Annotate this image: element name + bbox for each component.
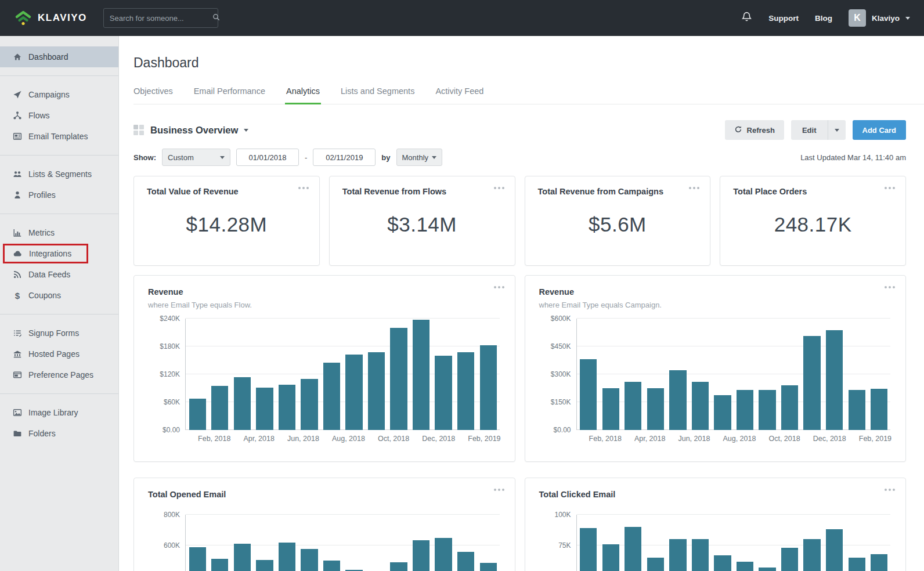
klaviyo-logo[interactable]: KLAVIYO	[14, 10, 87, 26]
bar-jun-2018[interactable]	[692, 382, 709, 430]
bar-feb-2018[interactable]	[602, 544, 619, 571]
bar-dec-2018[interactable]	[435, 538, 452, 571]
bar-oct-2018[interactable]	[390, 562, 407, 571]
bar-apr-2018[interactable]	[256, 388, 273, 430]
bar-oct-2018[interactable]	[781, 548, 798, 571]
bar-sep-2018[interactable]	[368, 352, 385, 430]
bar-jul-2018[interactable]	[323, 561, 340, 571]
kebab-menu-icon[interactable]	[494, 286, 504, 288]
tab-lists-and-segments[interactable]: Lists and Segments	[341, 86, 414, 104]
refresh-button[interactable]: Refresh	[725, 120, 784, 140]
bar-apr-2018[interactable]	[647, 558, 664, 571]
bar-nov-2018[interactable]	[413, 540, 429, 571]
bar-dec-2018[interactable]	[826, 529, 843, 571]
bar-oct-2018[interactable]	[781, 385, 798, 430]
bar-mar-2018[interactable]	[625, 527, 641, 571]
kebab-menu-icon[interactable]	[885, 489, 895, 491]
sidebar-item-image-library[interactable]: Image Library	[0, 402, 118, 423]
sidebar-item-folders[interactable]: Folders	[0, 423, 118, 444]
sidebar-item-profiles[interactable]: Profiles	[0, 185, 118, 205]
date-range-type-select[interactable]: Custom	[162, 149, 230, 166]
kebab-menu-icon[interactable]	[298, 187, 309, 189]
bar-feb-2019[interactable]	[871, 389, 887, 430]
bell-icon[interactable]	[741, 11, 752, 25]
person-search[interactable]	[103, 8, 218, 28]
sidebar-item-integrations[interactable]: Integrations	[0, 243, 118, 264]
bar-sep-2018[interactable]	[759, 568, 775, 571]
kebab-menu-icon[interactable]	[885, 286, 895, 288]
bar-may-2018[interactable]	[669, 370, 686, 430]
end-date-input[interactable]	[313, 149, 376, 166]
support-link[interactable]: Support	[768, 14, 799, 23]
bar-nov-2018[interactable]	[803, 336, 820, 430]
bar-feb-2018[interactable]	[211, 559, 228, 571]
bar-jan-2018[interactable]	[580, 528, 597, 571]
bar-jan-2018[interactable]	[189, 547, 206, 571]
sidebar-item-signup-forms[interactable]: Signup Forms	[0, 323, 118, 344]
bar-feb-2019[interactable]	[871, 554, 887, 571]
bar-jul-2018[interactable]	[323, 363, 340, 430]
sidebar-item-campaigns[interactable]: Campaigns	[0, 84, 118, 105]
bar-jan-2019[interactable]	[849, 558, 865, 571]
bar-jun-2018[interactable]	[301, 379, 317, 430]
tab-objectives[interactable]: Objectives	[133, 86, 173, 104]
sidebar-item-lists-segments[interactable]: Lists & Segments	[0, 164, 118, 185]
caret-down-icon[interactable]	[905, 17, 910, 20]
bar-feb-2018[interactable]	[602, 388, 619, 430]
bar-feb-2019[interactable]	[480, 563, 497, 571]
add-card-button[interactable]: Add Card	[853, 120, 907, 140]
bar-jan-2018[interactable]	[580, 359, 597, 430]
kebab-menu-icon[interactable]	[494, 187, 504, 189]
bar-may-2018[interactable]	[279, 385, 295, 430]
sidebar-item-data-feeds[interactable]: Data Feeds	[0, 264, 118, 285]
board-selector[interactable]: Business Overview	[133, 125, 248, 136]
bar-nov-2018[interactable]	[413, 320, 429, 430]
bar-aug-2018[interactable]	[737, 562, 753, 571]
sidebar-item-dashboard[interactable]: Dashboard	[0, 46, 118, 67]
bar-jun-2018[interactable]	[301, 549, 317, 571]
tab-activity-feed[interactable]: Activity Feed	[435, 86, 483, 104]
search-input[interactable]	[110, 14, 212, 23]
bar-feb-2019[interactable]	[480, 345, 497, 430]
bar-mar-2018[interactable]	[234, 377, 251, 430]
edit-button[interactable]: Edit	[791, 120, 828, 140]
bar-jul-2018[interactable]	[714, 555, 731, 571]
sidebar-item-hosted-pages[interactable]: Hosted Pages	[0, 344, 118, 364]
tab-email-performance[interactable]: Email Performance	[194, 86, 265, 104]
bar-oct-2018[interactable]	[390, 328, 407, 430]
bar-sep-2018[interactable]	[759, 390, 775, 430]
bar-mar-2018[interactable]	[625, 382, 641, 430]
bar-feb-2018[interactable]	[211, 386, 228, 430]
kebab-menu-icon[interactable]	[885, 187, 895, 189]
bar-apr-2018[interactable]	[256, 560, 273, 571]
sidebar-item-metrics[interactable]: Metrics	[0, 222, 118, 243]
edit-dropdown-button[interactable]	[828, 120, 846, 140]
bar-aug-2018[interactable]	[737, 390, 753, 430]
blog-link[interactable]: Blog	[815, 14, 832, 23]
bar-nov-2018[interactable]	[803, 539, 820, 571]
caret-down-icon[interactable]	[244, 129, 248, 132]
sidebar-item-preference-pages[interactable]: Preference Pages	[0, 364, 118, 385]
sidebar-item-email-templates[interactable]: Email Templates	[0, 126, 118, 147]
bar-jun-2018[interactable]	[692, 539, 709, 571]
bar-apr-2018[interactable]	[647, 388, 664, 430]
kebab-menu-icon[interactable]	[494, 489, 504, 491]
interval-select[interactable]: Monthly	[396, 149, 442, 166]
bar-aug-2018[interactable]	[345, 355, 362, 430]
bar-jan-2018[interactable]	[189, 399, 206, 430]
bar-jul-2018[interactable]	[714, 395, 731, 430]
tab-analytics[interactable]: Analytics	[286, 86, 320, 104]
account-menu[interactable]: K Klaviyo	[849, 9, 910, 27]
bar-may-2018[interactable]	[669, 539, 686, 571]
search-icon[interactable]	[212, 13, 221, 24]
bar-dec-2018[interactable]	[435, 356, 452, 430]
bar-mar-2018[interactable]	[234, 544, 251, 571]
sidebar-item-coupons[interactable]: $Coupons	[0, 285, 118, 306]
bar-jan-2019[interactable]	[849, 390, 865, 430]
bar-jan-2019[interactable]	[457, 352, 474, 430]
avatar[interactable]: K	[849, 9, 866, 27]
kebab-menu-icon[interactable]	[689, 187, 699, 189]
start-date-input[interactable]	[236, 149, 299, 166]
bar-may-2018[interactable]	[279, 543, 295, 571]
sidebar-item-flows[interactable]: Flows	[0, 105, 118, 126]
